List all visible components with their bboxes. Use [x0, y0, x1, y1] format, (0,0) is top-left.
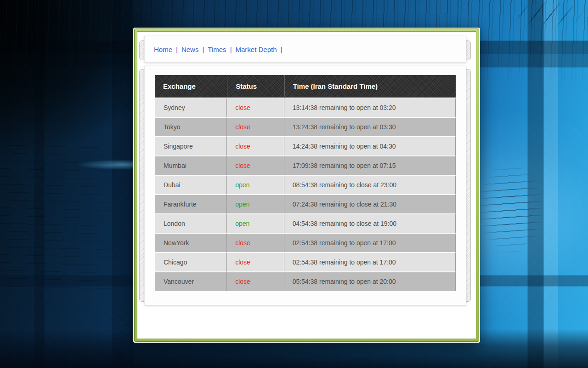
- time-cell: 07:24:38 remaining to close at 21:30: [284, 195, 456, 214]
- green-frame: Home|News|Times|Market Depth| ExchangeSt…: [134, 29, 479, 342]
- status-cell: close: [227, 253, 284, 272]
- status-cell: open: [227, 176, 284, 195]
- page-body: Home|News|Times|Market Depth| ExchangeSt…: [137, 31, 476, 339]
- table-row: Mumbaiclose17:09:38 remaining to open at…: [155, 156, 456, 176]
- exchange-cell: Tokyo: [155, 118, 227, 137]
- table-row: Chicagoclose02:54:38 remaining to open a…: [155, 253, 456, 272]
- exchange-cell: Farankfurte: [155, 195, 227, 214]
- table-row: Sydneyclose13:14:38 remaining to open at…: [155, 98, 456, 118]
- exchange-cell: Singapore: [155, 137, 227, 156]
- exchange-cell: Sydney: [155, 98, 227, 118]
- time-cell: 14:24:38 remaining to open at 04:30: [284, 137, 456, 156]
- column-header-status: Status: [227, 75, 284, 98]
- table-row: Singaporeclose14:24:38 remaining to open…: [155, 137, 456, 156]
- time-cell: 05:54:38 remaining to open at 20:00: [284, 272, 456, 291]
- time-cell: 02:54:38 remaining to open at 17:00: [284, 234, 456, 253]
- exchange-cell: Dubai: [155, 176, 227, 195]
- wallpaper-streaks-left: [0, 143, 138, 290]
- wallpaper-streaks-right: [478, 161, 588, 267]
- nav-separator: |: [202, 46, 204, 53]
- table-row: NewYorkclose02:54:38 remaining to open a…: [155, 234, 456, 253]
- status-cell: open: [227, 195, 284, 214]
- exchange-cell: Mumbai: [155, 156, 227, 176]
- status-cell: close: [227, 98, 284, 118]
- nav-link-news[interactable]: News: [181, 46, 199, 53]
- nav-link-home[interactable]: Home: [154, 46, 172, 53]
- table-row: Vancouverclose05:54:38 remaining to open…: [155, 272, 456, 291]
- exchange-cell: Chicago: [155, 253, 227, 272]
- time-cell: 13:14:38 remaining to open at 03:20: [284, 98, 456, 118]
- status-cell: close: [227, 118, 284, 137]
- desktop-wallpaper: Home|News|Times|Market Depth| ExchangeSt…: [0, 0, 588, 368]
- exchange-cell: London: [155, 214, 227, 234]
- table-row: Dubaiopen08:54:38 remaining to close at …: [155, 176, 456, 195]
- content-panel: ExchangeStatusTime (Iran Standard Time) …: [144, 66, 466, 305]
- status-cell: close: [227, 234, 284, 253]
- time-cell: 13:24:38 remaining to open at 03:30: [284, 118, 456, 137]
- table-row: Farankfurteopen07:24:38 remaining to clo…: [155, 195, 456, 214]
- status-cell: open: [227, 214, 284, 234]
- nav-separator: |: [176, 46, 178, 53]
- status-cell: close: [227, 272, 284, 291]
- exchange-cell: Vancouver: [155, 272, 227, 291]
- nav-link-times[interactable]: Times: [208, 46, 226, 53]
- column-header-exchange: Exchange: [155, 75, 227, 98]
- time-cell: 17:09:38 remaining to open at 07:15: [284, 156, 456, 176]
- nav-links: Home|News|Times|Market Depth|: [154, 46, 286, 53]
- time-cell: 04:54:38 remaining to close at 19:00: [284, 214, 456, 234]
- market-times-table: ExchangeStatusTime (Iran Standard Time) …: [155, 75, 456, 291]
- time-cell: 08:54:38 remaining to close at 23:00: [284, 176, 456, 195]
- table-header-row: ExchangeStatusTime (Iran Standard Time): [155, 75, 456, 98]
- exchange-cell: NewYork: [155, 234, 227, 253]
- nav-separator: |: [281, 46, 283, 53]
- nav-link-market-depth[interactable]: Market Depth: [236, 46, 277, 53]
- time-cell: 02:54:38 remaining to open at 17:00: [284, 253, 456, 272]
- table-body: Sydneyclose13:14:38 remaining to open at…: [155, 98, 456, 291]
- status-cell: close: [227, 137, 284, 156]
- column-header-time: Time (Iran Standard Time): [284, 75, 456, 98]
- status-cell: close: [227, 156, 284, 176]
- table-row: Tokyoclose13:24:38 remaining to open at …: [155, 118, 456, 137]
- nav-bar: Home|News|Times|Market Depth|: [144, 36, 466, 63]
- table-row: Londonopen04:54:38 remaining to close at…: [155, 214, 456, 234]
- page-card: Home|News|Times|Market Depth| ExchangeSt…: [133, 28, 480, 343]
- nav-separator: |: [230, 46, 232, 53]
